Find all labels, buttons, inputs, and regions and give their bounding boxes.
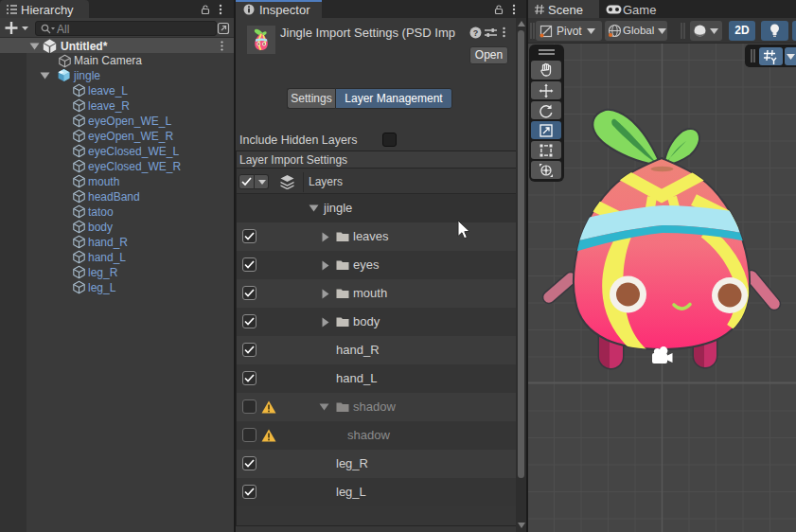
svg-text:?: ? xyxy=(473,28,479,38)
